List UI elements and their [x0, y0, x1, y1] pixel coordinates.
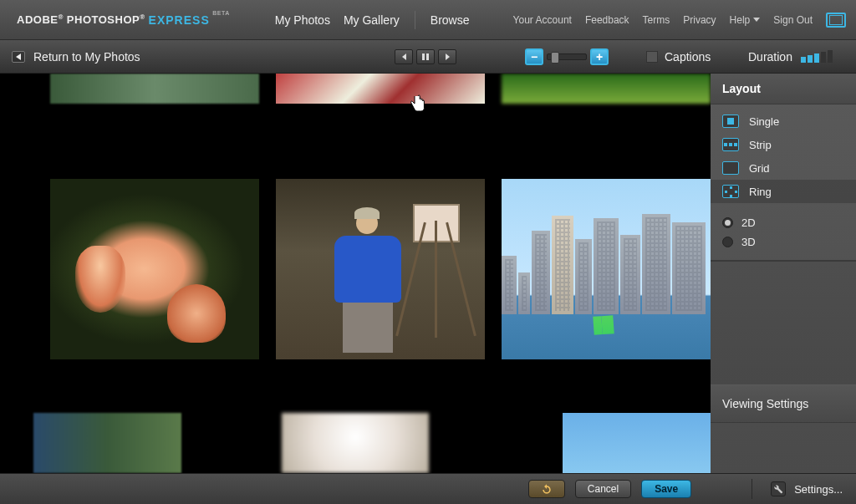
back-arrow-icon — [12, 51, 25, 63]
top-header: ADOBE® PHOTOSHOP® EXPRESSBETA My Photos … — [0, 0, 856, 40]
pause-button[interactable] — [416, 49, 435, 64]
reset-button[interactable] — [528, 480, 565, 498]
main-area: Layout Single Strip Grid Ring 2D — [0, 74, 856, 473]
photo-grid[interactable] — [0, 74, 711, 473]
footer-divider — [752, 479, 752, 499]
layout-header[interactable]: Layout — [711, 74, 856, 104]
nav-my-gallery[interactable]: My Gallery — [337, 13, 406, 27]
save-button[interactable]: Save — [641, 480, 691, 498]
photo-thumbnail[interactable] — [50, 74, 259, 104]
captions-toggle[interactable]: Captions — [646, 50, 711, 64]
photo-thumbnail[interactable] — [50, 179, 259, 359]
main-nav: My Photos My Gallery Browse — [268, 11, 476, 29]
account-nav: Your Account Feedback Terms Privacy Help… — [513, 13, 846, 28]
wrench-icon — [771, 481, 786, 496]
nav-browse[interactable]: Browse — [424, 13, 476, 27]
radio-3d[interactable]: 3D — [722, 232, 844, 252]
photo-thumbnail[interactable] — [563, 413, 711, 473]
radio-2d[interactable]: 2D — [722, 213, 844, 232]
nav-your-account[interactable]: Your Account — [513, 14, 572, 26]
grid-layout-icon — [722, 161, 739, 175]
next-button[interactable] — [438, 49, 456, 64]
prev-button[interactable] — [395, 49, 413, 64]
footer-bar: Cancel Save Settings... — [0, 473, 856, 504]
return-to-photos-button[interactable]: Return to My Photos — [12, 50, 140, 64]
zoom-out-button[interactable]: − — [525, 48, 543, 65]
zoom-slider[interactable] — [547, 53, 587, 60]
photo-thumbnail[interactable] — [502, 74, 711, 104]
checkbox-icon — [646, 51, 658, 63]
photo-thumbnail[interactable] — [276, 74, 485, 104]
zoom-control: − + — [525, 48, 609, 65]
ring-layout-icon — [722, 185, 739, 198]
nav-sign-out[interactable]: Sign Out — [773, 14, 813, 26]
radio-icon — [722, 237, 733, 247]
settings-button[interactable]: Settings... — [766, 481, 848, 496]
nav-terms[interactable]: Terms — [643, 14, 670, 26]
duration-control[interactable]: Duration — [748, 50, 833, 64]
layout-strip[interactable]: Strip — [711, 133, 856, 156]
photo-thumbnail[interactable] — [282, 413, 430, 473]
layout-sidebar: Layout Single Strip Grid Ring 2D — [711, 74, 856, 473]
duration-bars-icon — [801, 50, 833, 63]
nav-feedback[interactable]: Feedback — [585, 14, 629, 26]
viewing-settings-header[interactable]: Viewing Settings — [711, 384, 856, 423]
radio-icon — [722, 217, 733, 228]
photo-thumbnail[interactable] — [502, 179, 711, 359]
layout-single[interactable]: Single — [711, 109, 856, 133]
photo-thumbnail[interactable] — [33, 413, 181, 473]
nav-privacy[interactable]: Privacy — [683, 14, 716, 26]
cancel-button[interactable]: Cancel — [575, 480, 631, 498]
strip-layout-icon — [722, 138, 739, 151]
nav-divider — [415, 11, 415, 29]
zoom-in-button[interactable]: + — [590, 48, 609, 65]
revert-icon — [541, 483, 553, 495]
app-logo: ADOBE® PHOTOSHOP® EXPRESSBETA — [17, 13, 210, 27]
single-layout-icon — [722, 115, 739, 128]
chevron-down-icon — [753, 18, 760, 22]
dimension-radios: 2D 3D — [711, 208, 856, 261]
nav-help[interactable]: Help — [730, 14, 761, 26]
slideshow-toolbar: Return to My Photos − + Captions Duratio… — [0, 40, 856, 74]
layout-ring[interactable]: Ring — [711, 180, 856, 203]
layout-options: Single Strip Grid Ring — [711, 104, 856, 208]
layout-grid[interactable]: Grid — [711, 156, 856, 180]
nav-my-photos[interactable]: My Photos — [268, 13, 337, 27]
fullscreen-icon[interactable] — [826, 13, 846, 28]
photo-thumbnail[interactable] — [276, 179, 485, 359]
playback-controls — [395, 49, 456, 64]
